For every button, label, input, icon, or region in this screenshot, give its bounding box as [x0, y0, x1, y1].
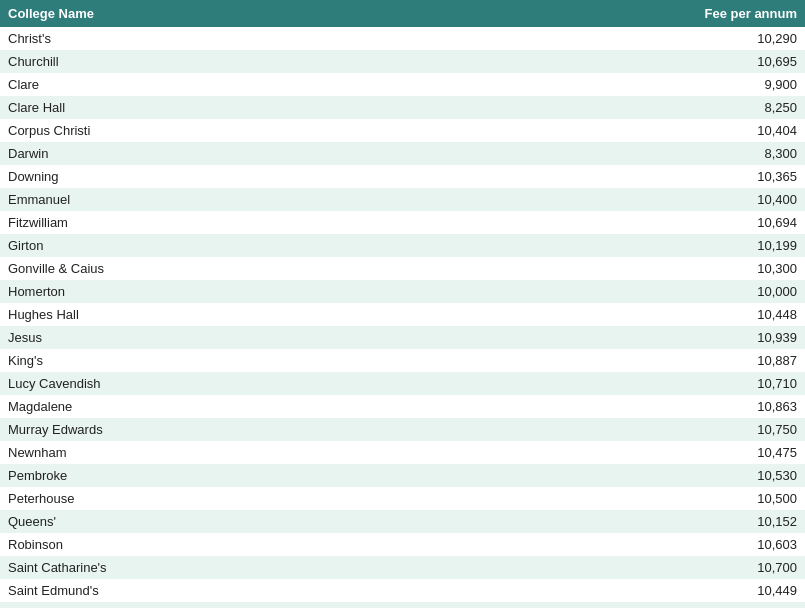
college-name-cell: Pembroke	[0, 464, 414, 487]
college-name-cell: Clare	[0, 73, 414, 96]
table-row: Homerton10,000	[0, 280, 805, 303]
table-row: Downing10,365	[0, 165, 805, 188]
table-row: Queens'10,152	[0, 510, 805, 533]
table-row: Jesus10,939	[0, 326, 805, 349]
table-row: King's10,887	[0, 349, 805, 372]
college-name-cell: Gonville & Caius	[0, 257, 414, 280]
table-row: Saint Catharine's10,700	[0, 556, 805, 579]
fee-cell: 10,199	[414, 234, 805, 257]
fee-cell: 10,695	[414, 50, 805, 73]
college-name-cell: Corpus Christi	[0, 119, 414, 142]
fee-cell: 10,887	[414, 349, 805, 372]
college-name-cell: Saint Catharine's	[0, 556, 414, 579]
college-name-cell: Girton	[0, 234, 414, 257]
table-row: Gonville & Caius10,300	[0, 257, 805, 280]
fee-cell: 10,152	[414, 510, 805, 533]
fee-cell: 10,400	[414, 188, 805, 211]
fee-cell: 9,900	[414, 73, 805, 96]
college-name-cell: Hughes Hall	[0, 303, 414, 326]
college-name-cell: Robinson	[0, 533, 414, 556]
table-row: Saint Edmund's10,449	[0, 579, 805, 602]
college-name-cell: Clare Hall	[0, 96, 414, 119]
table-row: Murray Edwards10,750	[0, 418, 805, 441]
table-row: Christ's10,290	[0, 27, 805, 50]
fee-cell: 10,530	[414, 464, 805, 487]
college-name-cell: Queens'	[0, 510, 414, 533]
college-name-cell: Downing	[0, 165, 414, 188]
fee-cell: 10,603	[414, 533, 805, 556]
fee-cell: 10,470	[414, 602, 805, 608]
fee-cell: 10,290	[414, 27, 805, 50]
table-row: Clare9,900	[0, 73, 805, 96]
table-row: Peterhouse10,500	[0, 487, 805, 510]
fee-cell: 8,250	[414, 96, 805, 119]
table-row: Saint John's10,470	[0, 602, 805, 608]
fee-cell: 10,448	[414, 303, 805, 326]
fee-header: Fee per annum	[414, 0, 805, 27]
fee-cell: 10,694	[414, 211, 805, 234]
college-name-cell: Jesus	[0, 326, 414, 349]
college-name-cell: Peterhouse	[0, 487, 414, 510]
fee-cell: 10,475	[414, 441, 805, 464]
fee-cell: 10,300	[414, 257, 805, 280]
table-row: Hughes Hall10,448	[0, 303, 805, 326]
fee-cell: 8,300	[414, 142, 805, 165]
table-row: Corpus Christi10,404	[0, 119, 805, 142]
table-row: Lucy Cavendish10,710	[0, 372, 805, 395]
table-row: Girton10,199	[0, 234, 805, 257]
fee-cell: 10,365	[414, 165, 805, 188]
table-header-row: College Name Fee per annum	[0, 0, 805, 27]
college-name-cell: Newnham	[0, 441, 414, 464]
fee-cell: 10,500	[414, 487, 805, 510]
fee-cell: 10,939	[414, 326, 805, 349]
college-name-cell: Homerton	[0, 280, 414, 303]
table-row: Clare Hall8,250	[0, 96, 805, 119]
fee-cell: 10,000	[414, 280, 805, 303]
table-row: Robinson10,603	[0, 533, 805, 556]
college-name-cell: Saint John's	[0, 602, 414, 608]
fee-cell: 10,750	[414, 418, 805, 441]
fee-cell: 10,404	[414, 119, 805, 142]
table-row: Darwin8,300	[0, 142, 805, 165]
college-name-cell: King's	[0, 349, 414, 372]
table-row: Fitzwilliam10,694	[0, 211, 805, 234]
table-row: Emmanuel10,400	[0, 188, 805, 211]
table-row: Newnham10,475	[0, 441, 805, 464]
table-row: Magdalene10,863	[0, 395, 805, 418]
fee-cell: 10,863	[414, 395, 805, 418]
college-name-cell: Lucy Cavendish	[0, 372, 414, 395]
college-name-header: College Name	[0, 0, 414, 27]
fee-cell: 10,700	[414, 556, 805, 579]
college-name-cell: Murray Edwards	[0, 418, 414, 441]
college-name-cell: Saint Edmund's	[0, 579, 414, 602]
college-name-cell: Magdalene	[0, 395, 414, 418]
table-row: Churchill10,695	[0, 50, 805, 73]
college-name-cell: Darwin	[0, 142, 414, 165]
college-name-cell: Christ's	[0, 27, 414, 50]
college-name-cell: Fitzwilliam	[0, 211, 414, 234]
college-name-cell: Emmanuel	[0, 188, 414, 211]
table-row: Pembroke10,530	[0, 464, 805, 487]
colleges-table: College Name Fee per annum Christ's10,29…	[0, 0, 805, 608]
fee-cell: 10,710	[414, 372, 805, 395]
college-name-cell: Churchill	[0, 50, 414, 73]
fee-cell: 10,449	[414, 579, 805, 602]
